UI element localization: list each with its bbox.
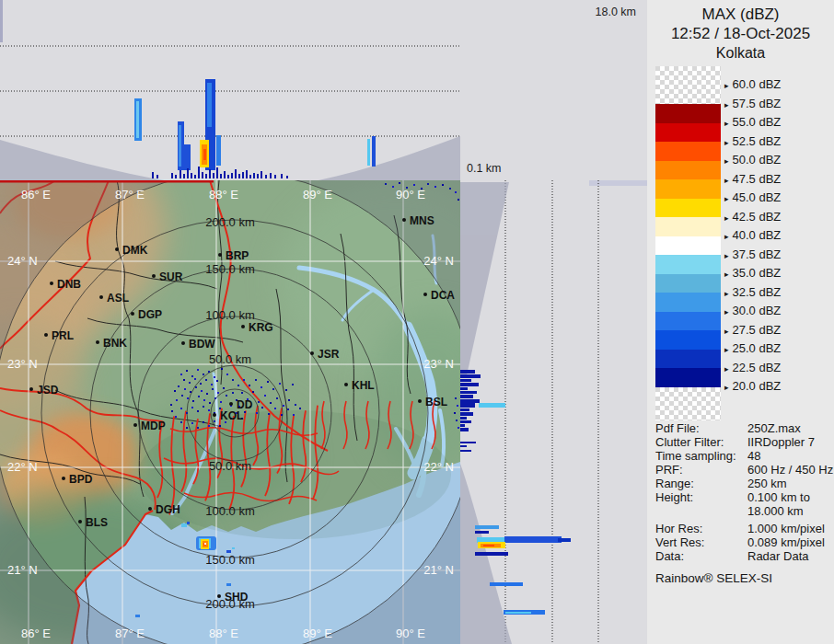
city-marker-dot [99,295,103,299]
echo-pixel [255,379,257,381]
profile-echo-bar [460,370,475,374]
echo-pixel [186,427,188,429]
profile-echo-bar [460,428,469,431]
profile-noise-spike [202,172,203,178]
echo-pixel [209,402,211,404]
metadata-label: Range: [655,477,694,490]
echo-pixel [194,378,196,380]
echo-pixel [237,385,239,386]
echo-pixel [203,374,204,375]
profile-noise-spike [205,174,207,178]
echo-pixel [454,412,456,414]
city-label: KRG [249,321,273,334]
top-profile-canvas [0,0,647,180]
echo-pixel [249,385,250,386]
echo-pixel [197,410,199,412]
profile-noise-spike [187,168,189,178]
echo-pixel [256,412,258,414]
metadata-value: 18.000 km [747,504,804,518]
profile-echo-bar [136,101,139,138]
city-marker-dot [115,247,119,251]
profile-noise-spike [265,175,267,178]
radar-application-window: 18.0 km 0.1 km [0,0,834,644]
echo-pixel [258,401,260,403]
profile-noise-spike [253,173,255,178]
echo-pixel [299,408,301,409]
echo-pixel [214,420,215,422]
metadata-row: Height:0.100 km to [655,490,832,504]
scale-tick: ▸55.0 dBZ [724,115,781,131]
profile-echo-bar [460,417,467,420]
echo-pixel [285,389,287,391]
echo-pixel [170,404,172,406]
longitude-label: 90° E [396,188,425,201]
longitude-label: 89° E [303,627,332,640]
range-ring-label: 150.0 km [205,553,254,567]
metadata-row: Data:Radar Data [655,549,832,563]
echo-pixel [208,425,210,427]
metadata-label: PRF: [655,463,683,477]
city-label: KOL [220,409,243,422]
city-label: MDP [141,420,166,432]
scale-tick-arrow-icon: ▸ [724,119,729,128]
right-height-profile-panel [460,180,647,644]
echo-pixel [295,404,296,406]
profile-echo-bar [504,536,562,543]
metadata-value: 250Z.max [747,421,801,435]
metadata-row: PRF:600 Hz / 450 Hz [655,463,832,477]
profile-noise-spike [156,175,158,178]
echo-pixel [223,387,225,389]
profile-echo-bar [475,525,499,529]
color-band [655,236,721,256]
echo-pixel [186,370,188,372]
profile-noise-spike [249,175,251,178]
echo-pixel [197,427,199,429]
echo-pixel [221,368,223,370]
echo-pixel [283,405,284,407]
echo-pixel [399,182,400,184]
echo-pixel [214,397,216,399]
scale-tick: ▸22.5 dBZ [724,361,781,376]
longitude-label: 87° E [115,627,145,640]
echo-pixel [171,410,173,412]
profile-noise-spike [231,173,233,178]
city-label: DCA [431,289,455,302]
metadata-value: 250 km [747,477,787,490]
echo-pixel [288,399,290,401]
profile-noise-spike [270,173,272,178]
top-panel-background [0,0,647,180]
latitude-label: 22° N [7,460,38,474]
profile-echo-bar [460,442,476,443]
echo-pixel [455,397,457,399]
longitude-label: 86° E [21,188,51,201]
echo-pixel [186,412,188,414]
scale-tick-arrow-icon: ▸ [724,289,729,298]
echo-pixel [458,199,459,201]
echo-pixel [175,416,177,418]
metadata-value: 1.000 km/pixel [747,522,825,535]
profile-echo-bar [475,552,508,556]
color-band [655,368,721,387]
echo-pixel [178,385,180,387]
echo-pixel [205,379,207,381]
echo-pixel [214,376,215,378]
profile-noise-spike [175,175,177,178]
echo-pixel [212,388,214,390]
echo-pixel [191,375,193,377]
profile-echo-bar [479,403,505,408]
range-ring-label: 100.0 km [205,308,254,322]
echo-pixel [458,427,459,429]
scale-tick-label: 25.0 dBZ [733,341,782,355]
city-marker-dot [181,341,185,345]
echo-pixel [203,421,204,423]
profile-noise-spike [261,171,262,178]
echo-pixel [252,391,254,393]
range-ring-label: 150.0 km [205,262,254,276]
echo-pixel [203,406,204,408]
echo-pixel [176,399,178,401]
color-band [655,142,721,161]
scale-tick-label: 60.0 dBZ [733,77,782,91]
metadata-value: 600 Hz / 450 Hz [747,463,833,477]
metadata-label: Vert Res: [655,535,704,549]
radar-map-panel: 86° E86° E87° E87° E88° E88° E89° E89° E… [0,180,460,644]
